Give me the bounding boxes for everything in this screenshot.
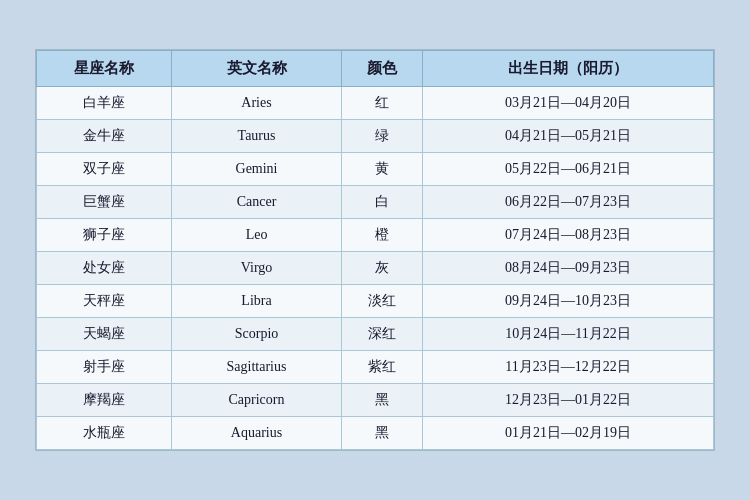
cell-en-name: Aquarius (172, 417, 341, 450)
cell-color: 深红 (341, 318, 422, 351)
table-row: 巨蟹座Cancer白06月22日—07月23日 (37, 186, 714, 219)
cell-en-name: Virgo (172, 252, 341, 285)
cell-en-name: Libra (172, 285, 341, 318)
cell-cn-name: 射手座 (37, 351, 172, 384)
cell-en-name: Sagittarius (172, 351, 341, 384)
cell-cn-name: 水瓶座 (37, 417, 172, 450)
cell-color: 灰 (341, 252, 422, 285)
cell-cn-name: 巨蟹座 (37, 186, 172, 219)
cell-en-name: Taurus (172, 120, 341, 153)
table-row: 天秤座Libra淡红09月24日—10月23日 (37, 285, 714, 318)
cell-date: 07月24日—08月23日 (422, 219, 713, 252)
header-color: 颜色 (341, 51, 422, 87)
cell-en-name: Capricorn (172, 384, 341, 417)
cell-color: 白 (341, 186, 422, 219)
table-row: 白羊座Aries红03月21日—04月20日 (37, 87, 714, 120)
cell-color: 红 (341, 87, 422, 120)
cell-color: 绿 (341, 120, 422, 153)
cell-date: 12月23日—01月22日 (422, 384, 713, 417)
cell-date: 10月24日—11月22日 (422, 318, 713, 351)
cell-color: 橙 (341, 219, 422, 252)
table-row: 金牛座Taurus绿04月21日—05月21日 (37, 120, 714, 153)
header-cn-name: 星座名称 (37, 51, 172, 87)
table-header-row: 星座名称 英文名称 颜色 出生日期（阳历） (37, 51, 714, 87)
cell-color: 黑 (341, 417, 422, 450)
header-date: 出生日期（阳历） (422, 51, 713, 87)
cell-en-name: Scorpio (172, 318, 341, 351)
zodiac-table-container: 星座名称 英文名称 颜色 出生日期（阳历） 白羊座Aries红03月21日—04… (35, 49, 715, 451)
cell-color: 黄 (341, 153, 422, 186)
cell-color: 紫红 (341, 351, 422, 384)
cell-cn-name: 金牛座 (37, 120, 172, 153)
table-row: 处女座Virgo灰08月24日—09月23日 (37, 252, 714, 285)
table-row: 双子座Gemini黄05月22日—06月21日 (37, 153, 714, 186)
header-en-name: 英文名称 (172, 51, 341, 87)
cell-date: 05月22日—06月21日 (422, 153, 713, 186)
cell-color: 黑 (341, 384, 422, 417)
cell-color: 淡红 (341, 285, 422, 318)
zodiac-table: 星座名称 英文名称 颜色 出生日期（阳历） 白羊座Aries红03月21日—04… (36, 50, 714, 450)
cell-date: 06月22日—07月23日 (422, 186, 713, 219)
cell-cn-name: 双子座 (37, 153, 172, 186)
cell-date: 08月24日—09月23日 (422, 252, 713, 285)
cell-en-name: Gemini (172, 153, 341, 186)
cell-date: 03月21日—04月20日 (422, 87, 713, 120)
cell-en-name: Aries (172, 87, 341, 120)
cell-cn-name: 狮子座 (37, 219, 172, 252)
cell-en-name: Cancer (172, 186, 341, 219)
cell-cn-name: 白羊座 (37, 87, 172, 120)
cell-date: 04月21日—05月21日 (422, 120, 713, 153)
table-row: 摩羯座Capricorn黑12月23日—01月22日 (37, 384, 714, 417)
cell-date: 11月23日—12月22日 (422, 351, 713, 384)
cell-en-name: Leo (172, 219, 341, 252)
cell-cn-name: 天秤座 (37, 285, 172, 318)
cell-date: 09月24日—10月23日 (422, 285, 713, 318)
cell-cn-name: 摩羯座 (37, 384, 172, 417)
cell-cn-name: 天蝎座 (37, 318, 172, 351)
table-row: 天蝎座Scorpio深红10月24日—11月22日 (37, 318, 714, 351)
table-row: 狮子座Leo橙07月24日—08月23日 (37, 219, 714, 252)
cell-cn-name: 处女座 (37, 252, 172, 285)
cell-date: 01月21日—02月19日 (422, 417, 713, 450)
table-row: 射手座Sagittarius紫红11月23日—12月22日 (37, 351, 714, 384)
table-row: 水瓶座Aquarius黑01月21日—02月19日 (37, 417, 714, 450)
